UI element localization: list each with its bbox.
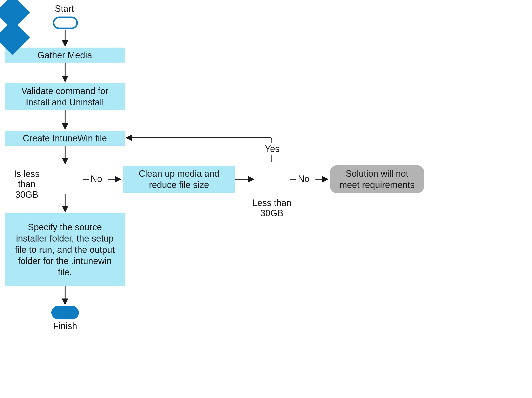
start-label: Start bbox=[55, 4, 74, 14]
create-intunewin-text: Create IntuneWin file bbox=[23, 133, 107, 144]
finish-terminator bbox=[51, 306, 79, 319]
gather-media-text: Gather Media bbox=[38, 50, 92, 61]
specify-box: Specify the source installer folder, the… bbox=[5, 213, 125, 286]
decision2-label: Less than 30GB bbox=[252, 198, 292, 219]
create-intunewin-box: Create IntuneWin file bbox=[5, 131, 125, 146]
specify-text: Specify the source installer folder, the… bbox=[13, 222, 117, 278]
finish-label: Finish bbox=[53, 321, 77, 331]
start-terminator bbox=[53, 17, 78, 29]
solution-fail-text: Solution will not meet requirements bbox=[337, 168, 417, 190]
no-label-1: No bbox=[91, 174, 102, 184]
cleanup-box: Clean up media and reduce file size bbox=[123, 166, 235, 193]
solution-fail-box: Solution will not meet requirements bbox=[330, 165, 424, 193]
yes-label: Yes bbox=[265, 144, 280, 154]
no-label-2: No bbox=[298, 174, 309, 184]
validate-cmd-box: Validate command for Install and Uninsta… bbox=[5, 83, 125, 110]
gather-media-box: Gather Media bbox=[5, 48, 125, 63]
validate-cmd-text: Validate command for Install and Uninsta… bbox=[10, 85, 120, 108]
decision1-label: Is less than 30GB bbox=[6, 169, 48, 200]
cleanup-text: Clean up media and reduce file size bbox=[127, 168, 231, 190]
